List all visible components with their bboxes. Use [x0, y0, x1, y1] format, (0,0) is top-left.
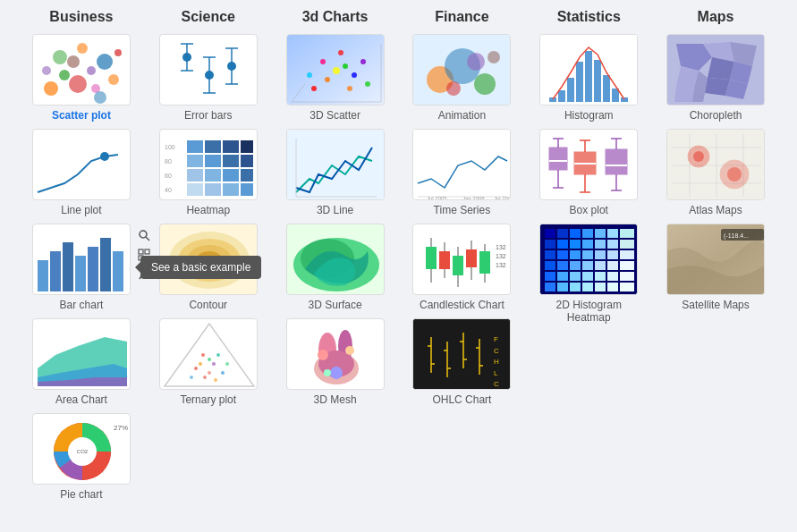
- svg-rect-59: [187, 169, 203, 182]
- col-header-statistics: Statistics: [557, 9, 621, 25]
- column-statistics: Statistics: [525, 9, 652, 508]
- svg-text:132: 132: [496, 262, 506, 268]
- svg-point-78: [199, 362, 202, 366]
- chart-item-timeseries[interactable]: Jul 2005 Jan 2008 Jul 2009 Time Series: [412, 129, 511, 216]
- chart-item-satellitemaps[interactable]: (-118.4... Satellite Maps: [666, 224, 765, 311]
- svg-rect-132: [466, 249, 477, 267]
- side-icons-barchart: [132, 224, 156, 286]
- svg-text:L: L: [494, 369, 498, 377]
- col-header-maps: Maps: [698, 9, 734, 25]
- search-icon[interactable]: [136, 227, 152, 243]
- svg-rect-162: [594, 60, 601, 102]
- svg-text:H: H: [494, 358, 499, 366]
- chart-label-timeseries: Time Series: [434, 204, 491, 216]
- svg-rect-215: [570, 272, 581, 281]
- svg-rect-228: [667, 130, 765, 200]
- chart-item-areachart[interactable]: Area Chart: [32, 318, 131, 406]
- svg-point-1: [59, 70, 70, 80]
- svg-rect-211: [607, 261, 618, 270]
- chart-label-2dhist: 2D HistogramHeatmap: [556, 299, 622, 324]
- svg-rect-216: [582, 272, 593, 281]
- svg-point-96: [338, 50, 343, 55]
- col-header-science: Science: [182, 9, 235, 25]
- chart-item-contour[interactable]: Contour: [159, 224, 258, 311]
- chart-item-ohlc[interactable]: F C H L C OHLC Chart: [412, 318, 511, 406]
- columns-container: Business: [18, 9, 779, 508]
- svg-rect-220: [545, 283, 555, 291]
- chart-label-candlestick: Candlestick Chart: [420, 299, 504, 311]
- chart-item-heatmap[interactable]: 100 80 60 40: [159, 129, 258, 216]
- chart-item-boxplot[interactable]: Box plot: [539, 129, 638, 216]
- grid-icon[interactable]: [136, 247, 152, 263]
- chart-item-atlasmaps[interactable]: Atlas Maps: [666, 129, 765, 216]
- chart-item-lineplot[interactable]: Line plot: [32, 129, 131, 216]
- chart-thumb-errorbars: [159, 34, 258, 106]
- chart-icon[interactable]: [136, 266, 152, 283]
- svg-point-13: [100, 152, 109, 161]
- chart-item-3dmesh[interactable]: 3D Mesh: [286, 318, 385, 406]
- svg-rect-64: [205, 183, 221, 196]
- svg-point-6: [67, 55, 80, 68]
- svg-rect-196: [595, 240, 606, 249]
- svg-point-11: [42, 66, 51, 75]
- svg-text:Jul 2005: Jul 2005: [427, 196, 447, 200]
- chart-thumb-2dhist: [539, 224, 638, 295]
- chart-item-3dscatter[interactable]: 3D Scatter: [286, 34, 385, 122]
- svg-point-5: [108, 74, 119, 85]
- svg-rect-206: [545, 261, 555, 270]
- chart-item-choropleth[interactable]: Choropleth: [666, 34, 765, 122]
- svg-line-22: [146, 237, 149, 241]
- svg-rect-203: [595, 250, 606, 259]
- svg-rect-187: [570, 229, 581, 238]
- svg-point-2: [69, 75, 87, 93]
- chart-thumb-areachart: [32, 318, 131, 390]
- chart-item-2dhist[interactable]: 2D HistogramHeatmap: [539, 224, 638, 324]
- svg-rect-54: [241, 140, 253, 153]
- svg-text:27%: 27%: [114, 424, 128, 432]
- svg-text:Jan 2008: Jan 2008: [462, 196, 485, 200]
- chart-label-boxplot: Box plot: [570, 204, 608, 216]
- chart-item-errorbars[interactable]: Error bars: [159, 34, 258, 122]
- svg-point-76: [203, 376, 207, 379]
- chart-item-histogram[interactable]: Histogram: [539, 34, 638, 122]
- chart-thumb-lineplot: [32, 129, 131, 200]
- chart-item-3dline[interactable]: 3D Line: [286, 129, 385, 216]
- col-header-finance: Finance: [435, 9, 488, 25]
- svg-text:(-118.4...: (-118.4...: [724, 232, 749, 240]
- svg-rect-197: [607, 240, 618, 249]
- svg-rect-207: [557, 261, 568, 270]
- svg-point-9: [77, 43, 88, 54]
- chart-item-animation[interactable]: Animation: [412, 34, 511, 122]
- chart-item-scatter[interactable]: Scatter plot: [32, 34, 131, 122]
- svg-rect-189: [595, 229, 606, 238]
- chart-item-candlestick[interactable]: 132 132 132 Candlestick Chart: [412, 224, 511, 311]
- svg-point-0: [44, 81, 58, 96]
- svg-point-109: [318, 350, 328, 360]
- chart-item-ternary[interactable]: Ternary plot: [159, 318, 258, 406]
- svg-text:C: C: [494, 347, 499, 355]
- svg-rect-61: [223, 169, 239, 182]
- svg-text:CO2: CO2: [77, 449, 89, 454]
- svg-rect-158: [558, 90, 565, 102]
- svg-rect-192: [545, 240, 555, 249]
- svg-rect-17: [75, 256, 86, 291]
- svg-rect-226: [620, 283, 634, 291]
- svg-rect-185: [545, 229, 555, 238]
- chart-item-3dsurface[interactable]: 3D Surface: [286, 224, 385, 311]
- svg-point-81: [190, 376, 193, 379]
- svg-rect-209: [582, 261, 593, 270]
- chart-item-piechart[interactable]: CO2 CO2 27% Pie ch: [32, 413, 131, 501]
- svg-rect-163: [603, 75, 610, 102]
- svg-point-73: [194, 367, 198, 370]
- chart-thumb-contour: [159, 224, 258, 295]
- svg-point-111: [330, 367, 343, 379]
- svg-rect-204: [607, 250, 618, 259]
- svg-rect-224: [595, 283, 606, 291]
- chart-item-barchart[interactable]: See a basic example Bar chart: [32, 224, 131, 311]
- svg-rect-51: [187, 140, 203, 153]
- svg-rect-195: [582, 240, 593, 249]
- svg-rect-221: [557, 283, 568, 291]
- svg-rect-120: [413, 130, 511, 200]
- svg-rect-191: [620, 229, 634, 238]
- chart-label-3dsurface: 3D Surface: [309, 299, 362, 311]
